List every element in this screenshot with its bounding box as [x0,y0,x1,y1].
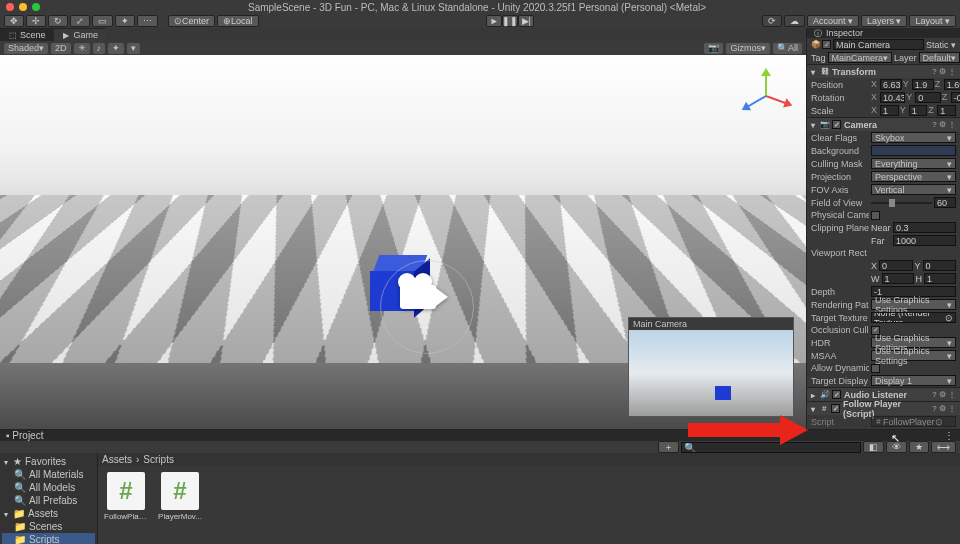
tab-inspector[interactable]: ⓘInspector [807,28,960,38]
breadcrumb-assets[interactable]: Assets [102,454,132,465]
favorites-folder[interactable]: ★ Favorites [2,455,95,468]
close-window-button[interactable] [6,3,14,11]
physical-camera-checkbox[interactable] [871,211,880,220]
fav-button[interactable]: ★ [909,441,929,453]
dynres-checkbox[interactable] [871,364,880,373]
render-path-dropdown[interactable]: Use Graphics Settings▾ [871,299,956,310]
toggle-2d[interactable]: 2D [51,43,71,54]
rect-tool[interactable]: ▭ [92,15,113,27]
breadcrumb-scripts[interactable]: Scripts [143,454,174,465]
toggle-fx[interactable]: ✦ [108,43,124,54]
layout-dropdown[interactable]: Layout ▾ [909,15,956,27]
projection-dropdown[interactable]: Perspective▾ [871,171,956,182]
tag-dropdown[interactable]: MainCamera▾ [828,52,893,63]
menu-icon[interactable]: ⋮ [948,390,956,399]
account-dropdown[interactable]: Account ▾ [807,15,859,27]
project-search[interactable]: 🔍 [681,442,861,453]
help-icon[interactable]: ? [932,404,937,413]
msaa-dropdown[interactable]: Use Graphics Settings▾ [871,350,956,361]
rotate-tool[interactable]: ↻ [48,15,68,27]
toggle-skybox[interactable]: ▾ [127,43,140,54]
clear-flags-dropdown[interactable]: Skybox▾ [871,132,956,143]
follow-player-header[interactable]: #✓Follow Player (Script)?⚙⋮ [807,402,960,415]
fav-all-materials[interactable]: 🔍 All Materials [2,468,95,481]
background-color[interactable] [871,145,956,156]
fov-slider[interactable] [871,202,932,204]
scale-tool[interactable]: ⤢ [70,15,90,27]
gizmos-dropdown[interactable]: Gizmos ▾ [726,43,770,54]
asset-followplayer[interactable]: # FollowPlay... [104,472,148,544]
toggle-audio[interactable]: ♪ [93,43,106,54]
rot-z[interactable]: -0.001 [951,92,960,103]
viewport-h[interactable]: 1 [924,273,956,284]
custom-tool[interactable]: ⋯ [137,15,158,27]
cloud-button[interactable]: ☁ [784,15,805,27]
multi-tool[interactable]: ✦ [115,15,135,27]
toggle-lighting[interactable]: ☀ [74,43,90,54]
minimize-window-button[interactable] [19,3,27,11]
camera-button[interactable]: 📷 [704,43,723,54]
layer-dropdown[interactable]: Default▾ [919,52,960,63]
folder-scenes[interactable]: 📁 Scenes [2,520,95,533]
fav-all-prefabs[interactable]: 🔍 All Prefabs [2,494,95,507]
rot-x[interactable]: 10.434 [880,92,905,103]
help-icon[interactable]: ? [932,67,937,76]
scl-y[interactable]: 1 [909,105,928,116]
help-icon[interactable]: ? [932,120,937,129]
collab-button[interactable]: ⟳ [762,15,782,27]
scene-viewport[interactable]: Main Camera [0,55,806,429]
object-name-field[interactable]: Main Camera [833,39,924,50]
orientation-gizmo[interactable] [738,67,794,123]
tab-scene[interactable]: ⬚Scene [0,28,54,41]
preset-icon[interactable]: ⚙ [939,120,946,129]
active-checkbox[interactable]: ✓ [822,40,831,49]
search-scene[interactable]: 🔍 All [773,43,802,54]
hand-tool[interactable]: ✥ [4,15,24,27]
far-clip[interactable]: 1000 [893,235,956,246]
camera-gizmo-icon[interactable] [400,285,436,309]
viewport-y[interactable]: 0 [923,260,956,271]
pos-y[interactable]: 1.9 [912,79,934,90]
pause-button[interactable]: ❚❚ [502,15,518,27]
slider-icon[interactable]: ⟷ [931,441,956,453]
camera-enabled-checkbox[interactable]: ✓ [832,120,841,129]
transform-header[interactable]: ⛓Transform?⚙⋮ [807,65,960,78]
pivot-local-toggle[interactable]: ⊕ Local [217,15,259,27]
viewport-w[interactable]: 1 [882,273,914,284]
camera-header[interactable]: 📷✓Camera?⚙⋮ [807,118,960,131]
fav-all-models[interactable]: 🔍 All Models [2,481,95,494]
near-clip[interactable]: 0.3 [893,222,956,233]
filter-button[interactable]: ◧ [863,441,884,453]
culling-dropdown[interactable]: Everything▾ [871,158,956,169]
fov-axis-dropdown[interactable]: Vertical▾ [871,184,956,195]
fov-value[interactable]: 60 [934,197,956,208]
step-button[interactable]: ▶| [518,15,534,27]
rot-y[interactable]: 0 [915,92,940,103]
tab-game[interactable]: ▶Game [54,28,107,41]
layers-dropdown[interactable]: Layers ▾ [861,15,908,27]
pos-x[interactable]: 6.63 [880,79,902,90]
hidden-button[interactable]: 👁 [886,441,907,453]
follow-enabled-checkbox[interactable]: ✓ [831,404,840,413]
add-asset-button[interactable]: ＋ [658,441,679,453]
preset-icon[interactable]: ⚙ [939,390,946,399]
target-texture-field[interactable]: None (Render Texture ⊙ [871,312,956,323]
move-tool[interactable]: ✢ [26,15,46,27]
maximize-window-button[interactable] [32,3,40,11]
pivot-center-toggle[interactable]: ⊙ Center [168,15,215,27]
pos-z[interactable]: 1.69 [944,79,960,90]
folder-scripts[interactable]: 📁 Scripts [2,533,95,544]
target-display-dropdown[interactable]: Display 1▾ [871,375,956,386]
draw-mode-dropdown[interactable]: Shaded ▾ [4,43,48,54]
menu-icon[interactable]: ⋮ [948,67,956,76]
assets-folder[interactable]: 📁 Assets [2,507,95,520]
asset-playermovement[interactable]: # PlayerMov... [158,472,202,544]
audio-enabled-checkbox[interactable]: ✓ [832,390,841,399]
scl-z[interactable]: 1 [937,105,956,116]
static-dropdown[interactable]: Static ▾ [926,40,956,50]
tab-project[interactable]: ▪ Project [6,430,43,441]
project-menu-icon[interactable]: ⋮ [944,430,954,441]
help-icon[interactable]: ? [932,390,937,399]
preset-icon[interactable]: ⚙ [939,67,946,76]
preset-icon[interactable]: ⚙ [939,404,946,413]
